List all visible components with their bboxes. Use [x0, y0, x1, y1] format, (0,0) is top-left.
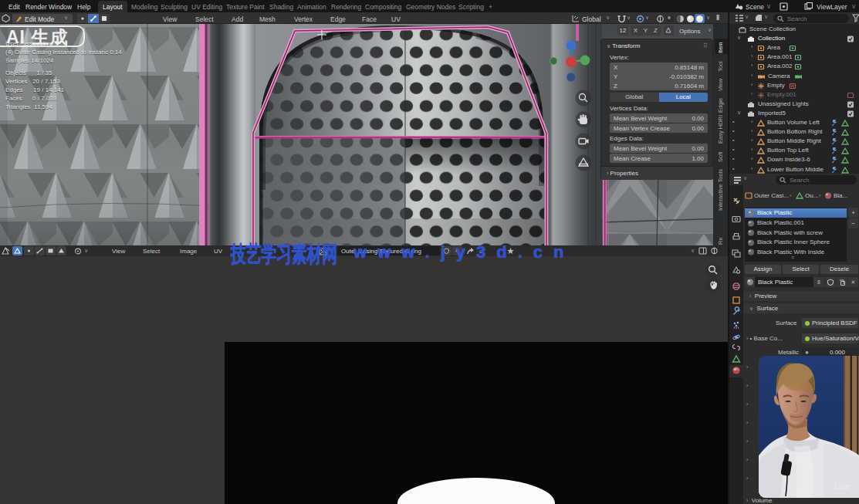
svg-text:Üde: Üde — [834, 482, 850, 491]
